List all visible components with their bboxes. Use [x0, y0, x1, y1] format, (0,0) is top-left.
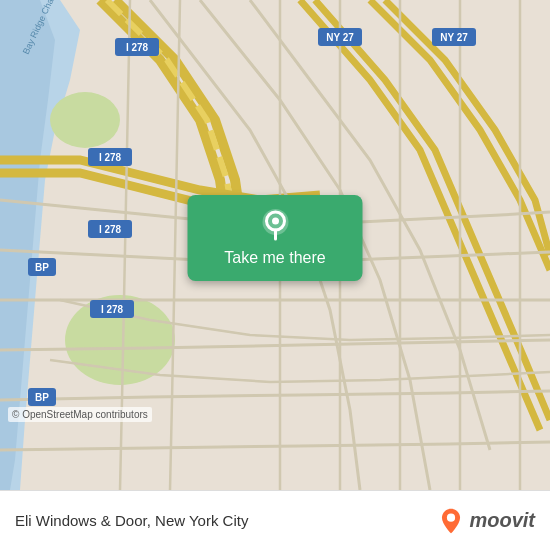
svg-text:I 278: I 278 [99, 224, 122, 235]
map-container: I 278 I 278 I 278 I 278 NY 27 NY 27 BP B… [0, 0, 550, 490]
cta-label: Take me there [224, 249, 325, 267]
location-info: Eli Windows & Door, New York City [15, 512, 248, 529]
svg-text:I 278: I 278 [126, 42, 149, 53]
copyright-text: © OpenStreetMap contributors [8, 407, 152, 422]
svg-text:NY 27: NY 27 [440, 32, 468, 43]
svg-point-22 [272, 218, 279, 225]
svg-text:BP: BP [35, 262, 49, 273]
svg-point-23 [447, 513, 455, 521]
moovit-text: moovit [469, 509, 535, 532]
location-name: Eli Windows & Door, New York City [15, 512, 248, 529]
svg-point-2 [50, 92, 120, 148]
bottom-bar: Eli Windows & Door, New York City moovit [0, 490, 550, 550]
svg-text:BP: BP [35, 392, 49, 403]
moovit-logo: moovit [437, 507, 535, 535]
svg-text:NY 27: NY 27 [326, 32, 354, 43]
svg-text:I 278: I 278 [101, 304, 124, 315]
svg-text:I 278: I 278 [99, 152, 122, 163]
take-me-there-button[interactable]: Take me there [188, 195, 363, 281]
